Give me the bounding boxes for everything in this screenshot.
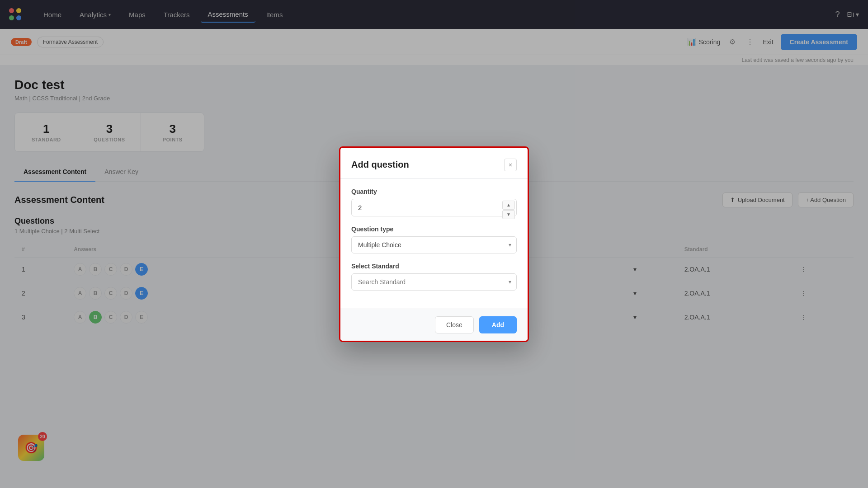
search-standard-chevron-icon[interactable]: ▾: [509, 279, 511, 285]
select-standard-label: Select Standard: [351, 263, 517, 270]
question-type-select-wrapper: Multiple Choice Multi Select True/False …: [351, 236, 517, 253]
quantity-spinner: ▲ ▼: [502, 201, 515, 219]
modal-title: Add question: [351, 160, 409, 170]
question-type-select[interactable]: Multiple Choice Multi Select True/False …: [351, 236, 517, 253]
modal-overlay[interactable]: Add question × Quantity ▲ ▼ Question typ…: [0, 0, 868, 488]
modal-header: Add question ×: [340, 148, 528, 179]
quantity-label: Quantity: [351, 188, 517, 195]
quantity-down-button[interactable]: ▼: [502, 210, 515, 219]
close-button[interactable]: Close: [435, 316, 474, 333]
add-question-modal: Add question × Quantity ▲ ▼ Question typ…: [339, 146, 529, 342]
search-standard-input[interactable]: [351, 273, 517, 291]
select-standard-group: Select Standard ▾: [351, 263, 517, 291]
modal-body: Quantity ▲ ▼ Question type Multiple Choi…: [340, 179, 528, 309]
modal-close-button[interactable]: ×: [504, 159, 517, 171]
search-standard-wrapper: ▾: [351, 273, 517, 291]
quantity-group: Quantity ▲ ▼: [351, 188, 517, 216]
add-button[interactable]: Add: [479, 316, 517, 333]
quantity-input-wrapper: ▲ ▼: [351, 199, 517, 216]
question-type-label: Question type: [351, 225, 517, 233]
modal-footer: Close Add: [340, 309, 528, 341]
question-type-group: Question type Multiple Choice Multi Sele…: [351, 225, 517, 253]
quantity-input[interactable]: [351, 199, 517, 216]
quantity-up-button[interactable]: ▲: [502, 201, 515, 210]
